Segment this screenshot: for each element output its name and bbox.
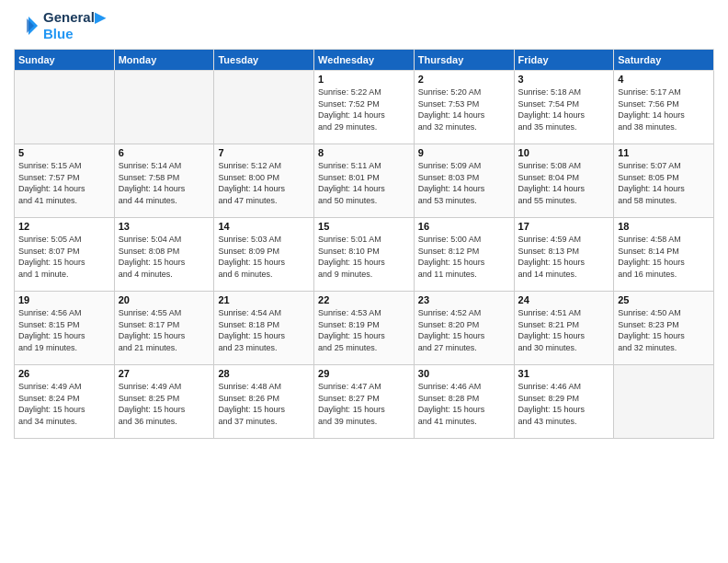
calendar-cell: 7Sunrise: 5:12 AMSunset: 8:00 PMDaylight… bbox=[214, 144, 314, 218]
day-info: Sunrise: 5:12 AMSunset: 8:00 PMDaylight:… bbox=[218, 160, 310, 206]
week-row-3: 12Sunrise: 5:05 AMSunset: 8:07 PMDayligh… bbox=[15, 218, 714, 292]
day-number: 27 bbox=[119, 368, 210, 379]
day-info: Sunrise: 5:14 AMSunset: 7:58 PMDaylight:… bbox=[119, 160, 210, 206]
calendar-cell bbox=[214, 71, 314, 144]
calendar-cell: 26Sunrise: 4:49 AMSunset: 8:24 PMDayligh… bbox=[15, 365, 115, 439]
calendar-cell: 23Sunrise: 4:52 AMSunset: 8:20 PMDayligh… bbox=[414, 292, 514, 365]
day-info: Sunrise: 5:20 AMSunset: 7:53 PMDaylight:… bbox=[418, 86, 510, 132]
day-number: 12 bbox=[18, 221, 110, 232]
calendar-cell: 24Sunrise: 4:51 AMSunset: 8:21 PMDayligh… bbox=[514, 292, 614, 365]
day-number: 28 bbox=[218, 368, 310, 379]
calendar-cell: 30Sunrise: 4:46 AMSunset: 8:28 PMDayligh… bbox=[414, 365, 514, 439]
day-info: Sunrise: 4:53 AMSunset: 8:19 PMDaylight:… bbox=[318, 307, 410, 353]
calendar-cell: 28Sunrise: 4:48 AMSunset: 8:26 PMDayligh… bbox=[214, 365, 314, 439]
calendar-cell: 18Sunrise: 4:58 AMSunset: 8:14 PMDayligh… bbox=[614, 218, 714, 292]
calendar-cell: 19Sunrise: 4:56 AMSunset: 8:15 PMDayligh… bbox=[15, 292, 115, 365]
calendar-cell: 13Sunrise: 5:04 AMSunset: 8:08 PMDayligh… bbox=[114, 218, 214, 292]
day-info: Sunrise: 4:46 AMSunset: 8:29 PMDaylight:… bbox=[518, 381, 610, 427]
day-number: 2 bbox=[418, 74, 510, 85]
calendar-cell: 3Sunrise: 5:18 AMSunset: 7:54 PMDaylight… bbox=[514, 71, 614, 144]
day-info: Sunrise: 4:50 AMSunset: 8:23 PMDaylight:… bbox=[618, 307, 710, 353]
day-info: Sunrise: 4:58 AMSunset: 8:14 PMDaylight:… bbox=[618, 234, 710, 280]
day-number: 18 bbox=[618, 221, 710, 232]
day-info: Sunrise: 5:09 AMSunset: 8:03 PMDaylight:… bbox=[418, 160, 510, 206]
day-info: Sunrise: 5:05 AMSunset: 8:07 PMDaylight:… bbox=[18, 234, 110, 280]
calendar-cell: 12Sunrise: 5:05 AMSunset: 8:07 PMDayligh… bbox=[15, 218, 115, 292]
day-info: Sunrise: 4:47 AMSunset: 8:27 PMDaylight:… bbox=[318, 381, 410, 427]
header: General▶ Blue bbox=[14, 9, 714, 41]
day-info: Sunrise: 4:46 AMSunset: 8:28 PMDaylight:… bbox=[418, 381, 510, 427]
calendar-cell: 22Sunrise: 4:53 AMSunset: 8:19 PMDayligh… bbox=[314, 292, 415, 365]
day-number: 7 bbox=[218, 147, 310, 158]
calendar-cell: 6Sunrise: 5:14 AMSunset: 7:58 PMDaylight… bbox=[114, 144, 214, 218]
calendar-cell: 27Sunrise: 4:49 AMSunset: 8:25 PMDayligh… bbox=[114, 365, 214, 439]
day-number: 26 bbox=[18, 368, 110, 379]
day-number: 13 bbox=[119, 221, 210, 232]
day-info: Sunrise: 5:01 AMSunset: 8:10 PMDaylight:… bbox=[318, 234, 410, 280]
day-number: 24 bbox=[518, 294, 610, 305]
day-number: 1 bbox=[318, 74, 410, 85]
day-number: 29 bbox=[318, 368, 410, 379]
day-number: 23 bbox=[418, 294, 510, 305]
day-number: 31 bbox=[518, 368, 610, 379]
day-number: 15 bbox=[318, 221, 410, 232]
weekday-wednesday: Wednesday bbox=[314, 50, 415, 71]
day-info: Sunrise: 5:04 AMSunset: 8:08 PMDaylight:… bbox=[119, 234, 210, 280]
day-number: 20 bbox=[119, 294, 210, 305]
day-number: 30 bbox=[418, 368, 510, 379]
calendar-cell: 9Sunrise: 5:09 AMSunset: 8:03 PMDaylight… bbox=[414, 144, 514, 218]
weekday-header-row: SundayMondayTuesdayWednesdayThursdayFrid… bbox=[15, 50, 714, 71]
day-info: Sunrise: 5:18 AMSunset: 7:54 PMDaylight:… bbox=[518, 86, 610, 132]
day-info: Sunrise: 4:54 AMSunset: 8:18 PMDaylight:… bbox=[218, 307, 310, 353]
calendar-cell: 14Sunrise: 5:03 AMSunset: 8:09 PMDayligh… bbox=[214, 218, 314, 292]
day-info: Sunrise: 4:56 AMSunset: 8:15 PMDaylight:… bbox=[18, 307, 110, 353]
day-number: 21 bbox=[218, 294, 310, 305]
day-info: Sunrise: 5:15 AMSunset: 7:57 PMDaylight:… bbox=[18, 160, 110, 206]
day-number: 4 bbox=[618, 74, 710, 85]
week-row-1: 1Sunrise: 5:22 AMSunset: 7:52 PMDaylight… bbox=[15, 71, 714, 144]
day-number: 19 bbox=[18, 294, 110, 305]
calendar-cell bbox=[15, 71, 115, 144]
day-number: 17 bbox=[518, 221, 610, 232]
calendar-cell: 2Sunrise: 5:20 AMSunset: 7:53 PMDaylight… bbox=[414, 71, 514, 144]
logo: General▶ Blue bbox=[14, 9, 106, 41]
logo-icon bbox=[14, 13, 40, 39]
weekday-friday: Friday bbox=[514, 50, 614, 71]
calendar-cell: 10Sunrise: 5:08 AMSunset: 8:04 PMDayligh… bbox=[514, 144, 614, 218]
logo-text: General▶ Blue bbox=[43, 9, 106, 41]
day-info: Sunrise: 4:55 AMSunset: 8:17 PMDaylight:… bbox=[119, 307, 210, 353]
calendar-cell bbox=[114, 71, 214, 144]
week-row-5: 26Sunrise: 4:49 AMSunset: 8:24 PMDayligh… bbox=[15, 365, 714, 439]
day-info: Sunrise: 4:59 AMSunset: 8:13 PMDaylight:… bbox=[518, 234, 610, 280]
calendar-cell: 16Sunrise: 5:00 AMSunset: 8:12 PMDayligh… bbox=[414, 218, 514, 292]
week-row-4: 19Sunrise: 4:56 AMSunset: 8:15 PMDayligh… bbox=[15, 292, 714, 365]
day-number: 9 bbox=[418, 147, 510, 158]
calendar-cell: 1Sunrise: 5:22 AMSunset: 7:52 PMDaylight… bbox=[314, 71, 415, 144]
day-number: 14 bbox=[218, 221, 310, 232]
weekday-tuesday: Tuesday bbox=[214, 50, 314, 71]
weekday-sunday: Sunday bbox=[15, 50, 115, 71]
calendar-cell: 5Sunrise: 5:15 AMSunset: 7:57 PMDaylight… bbox=[15, 144, 115, 218]
calendar-cell: 25Sunrise: 4:50 AMSunset: 8:23 PMDayligh… bbox=[614, 292, 714, 365]
calendar-cell: 20Sunrise: 4:55 AMSunset: 8:17 PMDayligh… bbox=[114, 292, 214, 365]
day-number: 6 bbox=[119, 147, 210, 158]
day-info: Sunrise: 5:08 AMSunset: 8:04 PMDaylight:… bbox=[518, 160, 610, 206]
day-info: Sunrise: 5:03 AMSunset: 8:09 PMDaylight:… bbox=[218, 234, 310, 280]
day-info: Sunrise: 5:22 AMSunset: 7:52 PMDaylight:… bbox=[318, 86, 410, 132]
calendar-cell: 15Sunrise: 5:01 AMSunset: 8:10 PMDayligh… bbox=[314, 218, 415, 292]
calendar-cell: 8Sunrise: 5:11 AMSunset: 8:01 PMDaylight… bbox=[314, 144, 415, 218]
day-info: Sunrise: 4:48 AMSunset: 8:26 PMDaylight:… bbox=[218, 381, 310, 427]
day-number: 5 bbox=[18, 147, 110, 158]
weekday-thursday: Thursday bbox=[414, 50, 514, 71]
day-info: Sunrise: 5:00 AMSunset: 8:12 PMDaylight:… bbox=[418, 234, 510, 280]
calendar-cell: 4Sunrise: 5:17 AMSunset: 7:56 PMDaylight… bbox=[614, 71, 714, 144]
weekday-saturday: Saturday bbox=[614, 50, 714, 71]
day-info: Sunrise: 4:51 AMSunset: 8:21 PMDaylight:… bbox=[518, 307, 610, 353]
calendar-cell: 31Sunrise: 4:46 AMSunset: 8:29 PMDayligh… bbox=[514, 365, 614, 439]
day-info: Sunrise: 5:17 AMSunset: 7:56 PMDaylight:… bbox=[618, 86, 710, 132]
day-info: Sunrise: 5:11 AMSunset: 8:01 PMDaylight:… bbox=[318, 160, 410, 206]
day-info: Sunrise: 4:49 AMSunset: 8:25 PMDaylight:… bbox=[119, 381, 210, 427]
day-number: 10 bbox=[518, 147, 610, 158]
calendar-cell: 29Sunrise: 4:47 AMSunset: 8:27 PMDayligh… bbox=[314, 365, 415, 439]
day-number: 3 bbox=[518, 74, 610, 85]
